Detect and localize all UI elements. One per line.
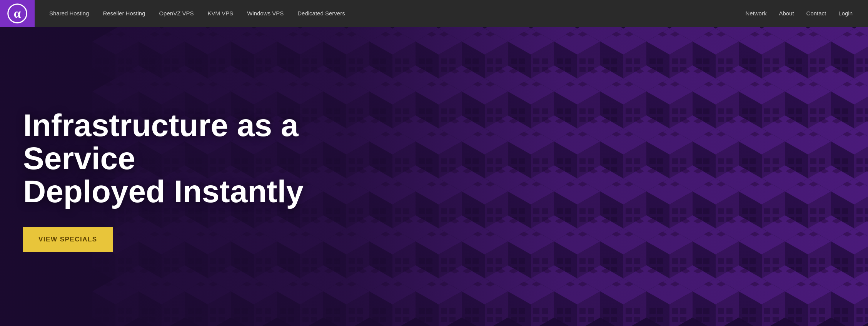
main-nav: α Shared Hosting Reseller Hosting OpenVZ…: [0, 0, 868, 27]
view-specials-button[interactable]: VIEW SPECIALS: [23, 227, 113, 252]
nav-network[interactable]: Network: [739, 0, 773, 27]
nav-shared-hosting[interactable]: Shared Hosting: [42, 0, 96, 27]
hero-content: Infrastructure as a Service Deployed Ins…: [0, 101, 369, 252]
nav-about[interactable]: About: [773, 0, 800, 27]
hero-title: Infrastructure as a Service Deployed Ins…: [23, 109, 369, 208]
svg-text:α: α: [14, 7, 21, 20]
nav-kvm-vps[interactable]: KVM VPS: [201, 0, 240, 27]
nav-dedicated-servers[interactable]: Dedicated Servers: [290, 0, 352, 27]
nav-reseller-hosting[interactable]: Reseller Hosting: [96, 0, 152, 27]
nav-login[interactable]: Login: [832, 0, 859, 27]
nav-openvz-vps[interactable]: OpenVZ VPS: [152, 0, 200, 27]
nav-contact[interactable]: Contact: [800, 0, 833, 27]
nav-windows-vps[interactable]: Windows VPS: [240, 0, 290, 27]
nav-right-links: Network About Contact Login: [739, 0, 859, 27]
logo[interactable]: α: [0, 0, 35, 27]
nav-left-links: Shared Hosting Reseller Hosting OpenVZ V…: [42, 0, 739, 27]
hero-section: Infrastructure as a Service Deployed Ins…: [0, 27, 868, 326]
